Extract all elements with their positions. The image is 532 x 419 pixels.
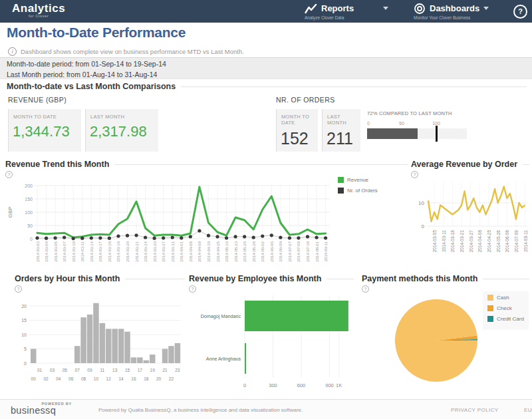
hour-bar-23 <box>175 343 181 363</box>
orders-point <box>54 236 57 239</box>
x-tick-label: 2014-04-25 <box>487 230 491 253</box>
panel-orders-by-hour: Orders by Hour this Month ? 051015200001… <box>15 274 185 398</box>
chart-help-icon[interactable]: ? <box>362 285 369 293</box>
x-tick-label: 2014-03-17 <box>98 241 102 261</box>
x-tick-label: 22 <box>169 376 174 381</box>
x-tick-label: 2014-03-18 <box>450 230 455 253</box>
svg-text:15: 15 <box>21 318 27 323</box>
hour-bar-00 <box>31 349 37 364</box>
hour-bar-13 <box>112 329 118 363</box>
orders-point <box>279 235 282 239</box>
panel-payment-methods: Payment methods this Month ? CashCheckCr… <box>362 274 529 398</box>
title-rule <box>523 164 529 165</box>
orders-point <box>306 235 309 238</box>
panel-average-revenue: Average Revenue by Order ? 0102014-03-05… <box>411 160 529 278</box>
x-tick-label: 2014-03-11 <box>80 241 84 261</box>
chart-help-icon[interactable]: ? <box>189 285 196 293</box>
hour-bar-19 <box>150 354 156 363</box>
app-logo[interactable]: Analytics for Clover <box>12 2 65 18</box>
chart-help-icon[interactable]: ? <box>411 171 418 178</box>
panel-revenue-trend: Revenue Trend this Month ? 050100150200G… <box>5 160 408 278</box>
hour-bar-11 <box>100 323 106 363</box>
chart-help-icon[interactable]: ? <box>5 171 13 178</box>
svg-text:10: 10 <box>418 200 424 206</box>
x-tick-label: 2014-04-08 <box>477 230 482 253</box>
chart-title: Revenue by Employee this Month <box>189 274 354 283</box>
x-tick-label: 2014-04-10 <box>207 241 211 261</box>
eula-link[interactable]: EULA <box>524 407 532 413</box>
hour-bar-07 <box>74 346 80 363</box>
x-tick-label: 06 <box>68 376 74 381</box>
x-tick-label: 16 <box>131 376 136 381</box>
hour-bar-08 <box>80 317 86 363</box>
orders-point <box>189 235 192 238</box>
gauge-tick: 100 <box>432 121 440 126</box>
x-tick-label: 21 <box>162 368 168 372</box>
page-description-row: i Dashboard shows complete view on busin… <box>8 47 244 56</box>
x-tick-label: 2014-04-25 <box>216 241 220 261</box>
x-tick-label: 05 <box>63 368 68 372</box>
x-tick-label: 2014-03-27 <box>162 241 166 261</box>
orders-point <box>288 236 291 239</box>
gauge-target-marker <box>436 126 438 142</box>
chevron-down-icon[interactable] <box>383 7 388 10</box>
kpi-label: MONTH TO DATE <box>9 109 81 120</box>
legend-item: Cash <box>487 295 524 301</box>
svg-text:20: 20 <box>21 304 27 309</box>
x-tick-label: 2014-03-20 <box>126 241 130 261</box>
x-tick-label: 2014-03-05 <box>54 241 58 261</box>
orders-bullet-gauge: 72% COMPARED TO LAST MONTH 0 50 100 <box>367 110 467 139</box>
kpi-card-orders-mtd: MONTH TO DATE 152 <box>276 109 318 152</box>
x-tick-label: 2014-03-26 <box>153 241 157 261</box>
businessq-logo: POWERED BY businessq <box>11 402 77 416</box>
x-tick-label: 12 <box>106 376 112 381</box>
nav-dashboards[interactable]: Dashboards Monitor Your Clover Business <box>414 3 507 20</box>
legend-label: Revenue <box>347 177 368 183</box>
legend-item: Credit Card <box>487 316 524 322</box>
comparisons-heading: Month-to-date vs Last Month Comparisons <box>7 82 527 91</box>
x-tick-label: 2014-04-08 <box>189 241 193 261</box>
orders-point <box>80 237 84 240</box>
nav-reports[interactable]: Reports Analyze Clover Data <box>305 3 394 20</box>
period-last-month: Last Month period: from 01-Aug-14 to 31-… <box>7 70 532 79</box>
orders-point <box>72 237 75 240</box>
x-tick-label: 2014-04-09 <box>198 241 201 261</box>
x-tick-label: 07 <box>75 368 80 372</box>
privacy-policy-link[interactable]: PRIVACY POLICY <box>451 407 499 413</box>
svg-text:900: 900 <box>325 382 334 388</box>
svg-text:600: 600 <box>297 382 306 388</box>
x-tick-label: 2014-03-03 <box>36 241 40 261</box>
pie-legend: CashCheckCredit Card <box>483 291 529 330</box>
x-tick-label: 04 <box>56 376 61 381</box>
chart-help-icon[interactable]: ? <box>15 285 22 293</box>
orders-point <box>171 235 174 239</box>
x-tick-label: 2014-09-11 <box>324 241 328 261</box>
x-tick-label: 08 <box>81 376 86 381</box>
svg-text:0: 0 <box>422 223 425 229</box>
x-tick-label: 2014-07-07 <box>288 241 292 261</box>
x-tick-label: 2014-05-26 <box>243 241 247 261</box>
x-tick-label: 17 <box>138 368 143 372</box>
x-tick-label: 2014-04-01 <box>180 241 184 261</box>
x-tick-label: 02 <box>43 376 49 381</box>
info-icon: i <box>8 47 17 56</box>
kpi-label: LAST MONTH <box>323 109 360 126</box>
x-tick-label: 2014-03-21 <box>135 241 139 261</box>
svg-text:100: 100 <box>25 210 33 215</box>
hour-bar-15 <box>124 332 130 363</box>
hour-bar-16 <box>131 357 137 363</box>
x-tick-label: 2014-05-28 <box>252 241 256 261</box>
period-info-box: Month-to-date period: from 01-Sep-14 to … <box>0 57 532 79</box>
orders-point <box>116 234 120 237</box>
chevron-down-icon[interactable] <box>483 7 489 10</box>
svg-text:GBP: GBP <box>7 207 13 218</box>
heading-rule <box>181 86 527 87</box>
hour-bar-17 <box>137 357 143 363</box>
legend-swatch <box>338 177 344 183</box>
chart-title-text: Revenue by Employee this Month <box>189 274 321 283</box>
help-button[interactable]: ? <box>513 5 527 19</box>
x-tick-label: 13 <box>112 368 118 372</box>
hour-bar-10 <box>93 303 99 363</box>
orders-by-hour-chart: 0510152000010203040506070809101112131415… <box>15 293 185 398</box>
gauge-tick: 50 <box>399 121 404 126</box>
